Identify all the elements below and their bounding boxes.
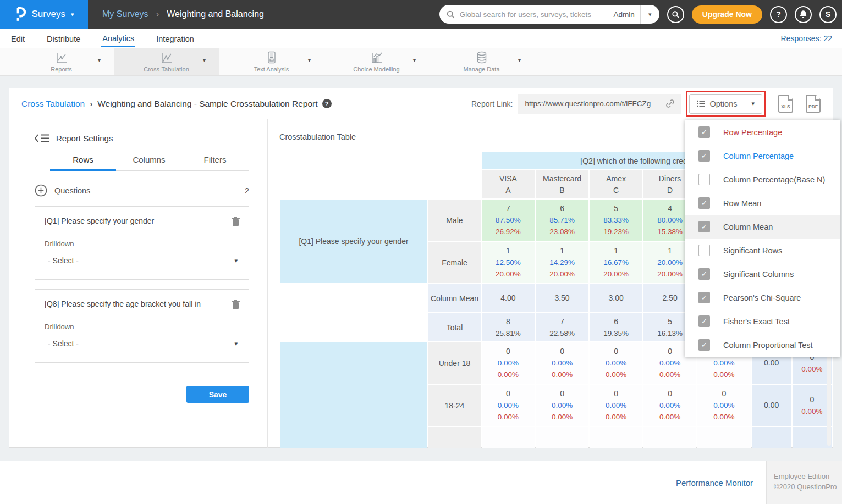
cell-value: 0 bbox=[793, 394, 832, 406]
data-cell bbox=[590, 427, 642, 448]
checkbox-unchecked-icon[interactable] bbox=[698, 174, 710, 185]
options-item-column-proportional-test[interactable]: ✓Column Proportional Test bbox=[685, 333, 840, 357]
performance-monitor-link[interactable]: Performance Monitor bbox=[676, 478, 753, 488]
options-item-row-percentage[interactable]: ✓Row Percentage bbox=[685, 120, 840, 144]
settings-tab-rows[interactable]: Rows bbox=[50, 155, 116, 171]
toolbar-tab-cross-tabulation[interactable]: Cross-Tabulation▾ bbox=[114, 48, 219, 75]
nav-item-distribute[interactable]: Distribute bbox=[46, 30, 81, 47]
notifications-button[interactable] bbox=[795, 6, 812, 23]
options-item-label: Column Proportional Test bbox=[723, 341, 813, 350]
toolbar-tab-reports[interactable]: Reports▾ bbox=[9, 48, 114, 75]
total-cell: 619.35% bbox=[590, 313, 642, 341]
drilldown-select[interactable]: - Select -▾ bbox=[45, 339, 240, 353]
cell-value: 0.00% bbox=[793, 406, 832, 417]
cell-value: 0 bbox=[590, 388, 642, 400]
options-item-label: Column Percentage(Base N) bbox=[723, 175, 825, 184]
search-submit-button[interactable] bbox=[667, 6, 684, 23]
tab-caret-icon[interactable]: ▾ bbox=[203, 58, 206, 63]
edition-line1: Employee Edition bbox=[774, 471, 842, 481]
options-item-label: Significant Columns bbox=[723, 270, 794, 279]
export-pdf-button[interactable]: PDF bbox=[806, 95, 821, 113]
options-button[interactable]: Options ▾ bbox=[689, 94, 762, 114]
toolbar-tab-manage-data[interactable]: Manage Data▾ bbox=[429, 48, 534, 75]
delete-question-button[interactable] bbox=[232, 300, 240, 312]
options-item-label: Pearson's Chi-Square bbox=[723, 293, 801, 302]
settings-tab-filters[interactable]: Filters bbox=[182, 155, 248, 170]
add-question-icon[interactable] bbox=[35, 184, 47, 197]
tab-caret-icon[interactable]: ▾ bbox=[518, 58, 521, 63]
options-item-significant-columns[interactable]: ✓Significant Columns bbox=[685, 262, 840, 286]
options-item-label: Column Mean bbox=[723, 223, 773, 231]
pdf-icon: PDF bbox=[807, 104, 819, 109]
settings-tab-columns[interactable]: Columns bbox=[116, 155, 182, 170]
search-icon bbox=[446, 10, 455, 19]
cell-value: 0.00% bbox=[697, 357, 751, 369]
export-xls-button[interactable]: XLS bbox=[778, 95, 793, 113]
report-help-icon[interactable]: ? bbox=[322, 99, 332, 108]
options-item-fisher-s-exact-test[interactable]: ✓Fisher's Exact Test bbox=[685, 309, 840, 333]
nav-item-edit[interactable]: Edit bbox=[10, 30, 26, 47]
row-question-cell-q1: [Q1] Please specify your gender bbox=[280, 200, 427, 283]
checkbox-checked-icon[interactable]: ✓ bbox=[698, 339, 710, 351]
questions-count: 2 bbox=[245, 186, 249, 195]
cell-value: 20.00% bbox=[536, 268, 588, 280]
checkbox-checked-icon[interactable]: ✓ bbox=[698, 292, 710, 303]
cell-value: 20.00% bbox=[590, 268, 642, 280]
options-item-pearson-s-chi-square[interactable]: ✓Pearson's Chi-Square bbox=[685, 286, 840, 309]
save-button[interactable]: Save bbox=[186, 386, 249, 403]
nav-item-integration[interactable]: Integration bbox=[155, 30, 195, 47]
cell-value: 0 bbox=[643, 388, 696, 400]
options-item-column-mean[interactable]: ✓Column Mean bbox=[685, 215, 840, 239]
cell-value: 1 bbox=[536, 245, 588, 257]
cross-tab-chart-icon bbox=[160, 51, 173, 64]
checkbox-checked-icon[interactable]: ✓ bbox=[698, 268, 710, 280]
checkbox-checked-icon[interactable]: ✓ bbox=[698, 150, 710, 162]
cell-value: 19.35% bbox=[590, 328, 642, 339]
breadcrumb-my-surveys[interactable]: My Surveys bbox=[102, 9, 148, 19]
tab-caret-icon[interactable]: ▾ bbox=[98, 58, 101, 63]
checkbox-checked-icon[interactable]: ✓ bbox=[698, 315, 710, 327]
checkbox-checked-icon[interactable]: ✓ bbox=[698, 221, 710, 232]
product-switcher[interactable]: Surveys ▾ bbox=[0, 0, 88, 29]
drilldown-select[interactable]: - Select -▾ bbox=[45, 256, 240, 270]
upgrade-now-button[interactable]: Upgrade Now bbox=[692, 5, 762, 24]
row-mean-cell bbox=[752, 427, 791, 448]
toolbar-tab-label: Reports bbox=[51, 66, 72, 73]
cross-tabulation-link[interactable]: Cross Tabulation bbox=[21, 99, 85, 109]
tab-caret-icon[interactable]: ▾ bbox=[308, 58, 311, 63]
tab-caret-icon[interactable]: ▾ bbox=[413, 58, 416, 63]
search-scope-selector[interactable]: Admin bbox=[608, 10, 640, 19]
cell-value: 1 bbox=[590, 245, 642, 257]
options-item-column-percentage-base-n-[interactable]: Column Percentage(Base N) bbox=[685, 168, 840, 191]
nav-item-analytics[interactable]: Analytics bbox=[101, 30, 135, 47]
toolbar-tab-text-analysis[interactable]: Text Analysis▾ bbox=[219, 48, 324, 75]
options-item-column-percentage[interactable]: ✓Column Percentage bbox=[685, 144, 840, 168]
options-item-row-mean[interactable]: ✓Row Mean bbox=[685, 191, 840, 215]
link-icon[interactable] bbox=[665, 98, 675, 109]
checkbox-checked-icon[interactable]: ✓ bbox=[698, 197, 710, 209]
edition-line2: ©2020 QuestionPro bbox=[774, 481, 842, 492]
help-button[interactable]: ? bbox=[770, 6, 787, 23]
search-input[interactable] bbox=[460, 10, 608, 19]
checkbox-unchecked-icon[interactable] bbox=[698, 245, 710, 256]
cell-value: 20.00% bbox=[482, 268, 535, 280]
line-chart-icon bbox=[55, 51, 68, 64]
checkbox-checked-icon[interactable]: ✓ bbox=[698, 126, 710, 138]
report-link-field[interactable]: https://www.questionpro.com/t/lFFCZg bbox=[518, 94, 681, 114]
responses-count[interactable]: Responses: 22 bbox=[781, 34, 832, 43]
questions-row: Questions 2 bbox=[35, 184, 249, 197]
collapse-panel-icon[interactable] bbox=[35, 134, 49, 143]
delete-question-button[interactable] bbox=[232, 217, 240, 229]
cell-value: 3.00 bbox=[590, 292, 642, 304]
cell-value: 19.23% bbox=[590, 226, 642, 237]
options-item-significant-rows[interactable]: Significant Rows bbox=[685, 239, 840, 262]
app-header: Surveys ▾ My Surveys › Weighting and Bal… bbox=[0, 0, 842, 29]
toolbar-tab-choice-modelling[interactable]: Choice Modelling▾ bbox=[324, 48, 429, 75]
choice-chart-icon bbox=[370, 51, 383, 64]
report-title: Weighting and Balancing - Sample Crossta… bbox=[97, 99, 317, 109]
account-avatar[interactable]: S bbox=[819, 6, 837, 23]
column-mean-cell: 3.50 bbox=[536, 284, 588, 312]
search-scope-caret-icon[interactable]: ▾ bbox=[641, 12, 659, 18]
report-settings-header[interactable]: Report Settings bbox=[35, 134, 249, 143]
toolbar-tab-label: Choice Modelling bbox=[353, 66, 399, 73]
